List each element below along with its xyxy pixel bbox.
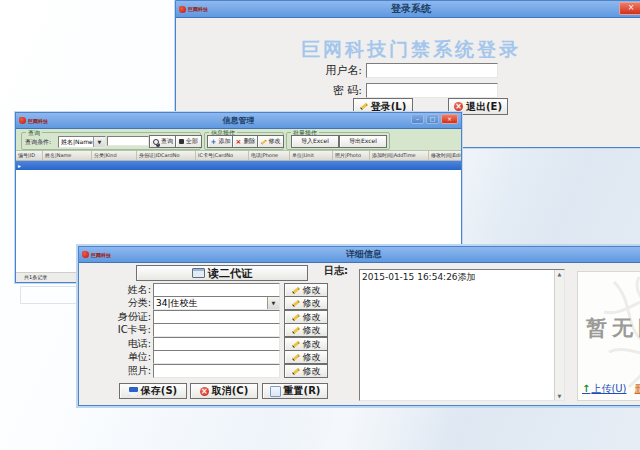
edit-button-label: 修改 [269, 137, 281, 146]
modify-unit-button[interactable]: 修改 [284, 350, 328, 364]
chevron-down-icon[interactable]: ▼ [93, 137, 105, 147]
modify-label: 修改 [303, 311, 321, 324]
column-header[interactable]: 照片|Photo [333, 151, 370, 160]
cancel-button[interactable]: × 取消(C) [190, 383, 258, 399]
detail-window: 巨网科技 详细信息 读二代证 姓名: 修改 分类 [78, 246, 640, 406]
reset-button[interactable]: 重置(R) [262, 383, 328, 399]
pencil-icon [291, 367, 299, 374]
read-id-card-label: 读二代证 [208, 266, 252, 281]
field-label-photo: 照片: [79, 364, 151, 378]
pencil-icon [291, 353, 299, 360]
logo-text: 巨网科技 [91, 252, 111, 258]
category-combo[interactable]: 34|住校生 ▼ [153, 296, 280, 310]
delete-photo-link[interactable]: 删除(D) [635, 382, 640, 396]
log-listbox[interactable]: 2015-01-15 16:54:26添加 ▲ ▼ [359, 269, 565, 401]
search-button-label: 查询 [161, 137, 173, 146]
add-button-label: 添加 [218, 137, 230, 146]
modify-photo-button[interactable]: 修改 [284, 364, 328, 378]
modify-label: 修改 [303, 324, 321, 337]
modify-label: 修改 [303, 351, 321, 364]
modify-iccard-button[interactable]: 修改 [284, 323, 328, 337]
column-header[interactable]: 电话|Phone [249, 151, 290, 160]
modify-label: 修改 [303, 365, 321, 378]
column-header[interactable]: 分类|Kind [92, 151, 137, 160]
chevron-down-icon[interactable]: ▼ [267, 297, 279, 309]
field-label-unit: 单位: [79, 350, 151, 364]
column-header[interactable]: 单位|Unit [290, 151, 333, 160]
unit-input[interactable] [153, 350, 280, 364]
close-icon[interactable]: × [619, 2, 640, 15]
read-id-card-button[interactable]: 读二代证 [136, 265, 308, 281]
minimize-icon[interactable]: – [411, 114, 424, 124]
idcard-input[interactable] [153, 310, 280, 324]
logo-text: 巨网科技 [188, 6, 208, 12]
pencil-icon [291, 326, 299, 333]
field-label-name: 姓名: [79, 283, 151, 297]
modify-idcard-button[interactable]: 修改 [284, 310, 328, 324]
selected-row[interactable]: ▸ [16, 161, 461, 170]
import-button-label: 导入Excel [301, 137, 329, 146]
cancel-x-icon: × [200, 387, 209, 396]
pencil-icon [291, 286, 299, 293]
username-input[interactable] [366, 63, 498, 78]
query-field-combo[interactable]: 姓名|Name ▼ [58, 136, 106, 148]
field-label-iccard: IC卡号: [79, 323, 151, 337]
save-icon [129, 387, 138, 396]
delete-button-label: 删除 [243, 137, 255, 146]
scroll-down-icon[interactable]: ▼ [558, 392, 562, 400]
field-label-idcard: 身份证: [79, 310, 151, 324]
save-button-label: 保存(S) [141, 384, 177, 398]
password-input[interactable] [366, 83, 498, 98]
column-header[interactable]: 姓名|Name [43, 151, 92, 160]
column-header[interactable]: 身份证|IDCardNo [137, 151, 196, 160]
status-text: 共1条记录 [24, 274, 47, 280]
detail-window-title: 详细信息 [79, 248, 640, 261]
list-titlebar[interactable]: 巨网科技 信息管理 – □ × [16, 113, 461, 129]
all-button[interactable]: 全部 [175, 135, 202, 148]
modify-name-button[interactable]: 修改 [284, 283, 328, 297]
save-button[interactable]: 保存(S) [119, 383, 187, 399]
export-button-label: 导出Excel [349, 137, 377, 146]
modify-label: 修改 [303, 338, 321, 351]
log-entry[interactable]: 2015-01-15 16:54:26添加 [360, 270, 564, 285]
log-scrollbar[interactable]: ▲ ▼ [554, 270, 564, 400]
column-header[interactable]: 添加时间|AddTime [370, 151, 429, 160]
row-marker-icon: ▸ [18, 162, 21, 169]
field-label-category: 分类: [79, 296, 151, 310]
search-button[interactable]: 查询 [149, 135, 177, 148]
no-photo-text: 暂无图片 [586, 314, 640, 342]
app-logo: 巨网科技 [82, 251, 111, 258]
modify-label: 修改 [303, 284, 321, 297]
query-text-input[interactable] [107, 136, 149, 146]
column-header[interactable]: IC卡号|CardNo [196, 151, 249, 160]
name-input[interactable] [153, 283, 280, 297]
app-logo: 巨网科技 [19, 117, 48, 124]
maximize-icon[interactable]: □ [426, 114, 439, 124]
cancel-button-label: 取消(C) [212, 384, 248, 398]
column-header[interactable]: 修改时间|EditTime [429, 151, 461, 160]
detail-titlebar[interactable]: 巨网科技 详细信息 [79, 247, 640, 263]
query-condition-label: 查询条件: [25, 138, 51, 147]
pencil-icon [360, 103, 368, 110]
delete-button[interactable]: × 删除 [232, 135, 259, 148]
list-toolbar: 查询 查询条件: 姓名|Name ▼ 查询 全部 [16, 129, 461, 151]
close-icon[interactable]: × [441, 114, 458, 124]
modify-phone-button[interactable]: 修改 [284, 337, 328, 351]
add-button[interactable]: + 添加 [207, 135, 234, 148]
category-value: 34|住校生 [154, 297, 267, 310]
phone-input[interactable] [153, 337, 280, 351]
export-button[interactable]: 导出Excel [339, 135, 387, 148]
modify-category-button[interactable]: 修改 [284, 296, 328, 310]
iccard-input[interactable] [153, 323, 280, 337]
exit-button-label: 退出(E) [466, 100, 502, 114]
scroll-up-icon[interactable]: ▲ [558, 270, 562, 278]
field-label-phone: 电话: [79, 337, 151, 351]
pencil-icon [291, 340, 299, 347]
ops-group: 信息操作 + 添加 × 删除 修改 [204, 132, 284, 150]
upload-link[interactable]: ↑上传(U) [582, 382, 627, 396]
column-header[interactable]: 编号|ID [16, 151, 43, 160]
login-titlebar[interactable]: 巨网科技 登录系统 × [176, 1, 640, 18]
edit-button[interactable]: 修改 [257, 135, 284, 148]
import-button[interactable]: 导入Excel [291, 135, 339, 148]
photo-input[interactable] [153, 364, 280, 378]
